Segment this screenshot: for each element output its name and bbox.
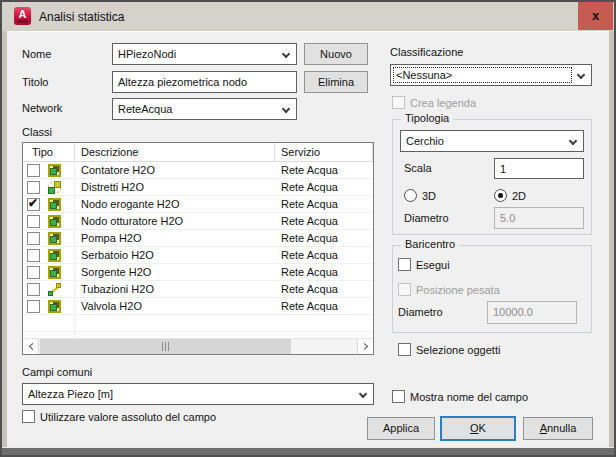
row-tipo-cell <box>23 213 75 230</box>
ok-button-label-rest: K <box>479 422 486 434</box>
table-row[interactable]: Distretti H2ORete Acqua <box>23 179 373 196</box>
campi-comuni-combobox-value: Altezza Piezo [m] <box>28 388 113 400</box>
ok-button[interactable]: OK <box>440 416 516 441</box>
baricentro-diametro-label: Diametro <box>398 306 443 318</box>
chevron-down-icon <box>569 137 577 145</box>
table-row[interactable]: Nodo erogante H2ORete Acqua <box>23 196 373 213</box>
valore-assoluto-checkbox[interactable] <box>22 410 35 423</box>
tipologia-shape-value: Cerchio <box>406 135 444 147</box>
posizione-pesata-label: Posizione pesata <box>416 284 500 296</box>
empty-table-row <box>23 315 373 332</box>
app-icon: A <box>14 7 31 25</box>
selezione-oggetti-checkbox[interactable] <box>398 343 411 356</box>
chevron-right-icon <box>361 343 368 350</box>
scala-label: Scala <box>404 162 432 174</box>
table-row[interactable]: Contatore H2ORete Acqua <box>23 162 373 179</box>
annulla-button-label: A <box>540 422 547 434</box>
table-row[interactable]: Sorgente H2ORete Acqua <box>23 264 373 281</box>
column-header-servizio[interactable]: Servizio <box>275 143 373 162</box>
table-row[interactable]: Valvola H2ORete Acqua <box>23 298 373 315</box>
close-button[interactable]: x <box>578 2 613 30</box>
row-checkbox[interactable] <box>27 232 40 245</box>
row-servizio: Rete Acqua <box>275 230 373 247</box>
classi-label: Classi <box>22 126 52 138</box>
scrollbar-thumb[interactable] <box>40 339 291 354</box>
point-icon <box>48 300 61 313</box>
row-checkbox[interactable] <box>27 164 40 177</box>
baricentro-group-title: Baricentro <box>401 238 459 250</box>
column-header-tipo[interactable]: Tipo <box>23 143 75 162</box>
row-descrizione: Tubazioni H2O <box>75 281 275 298</box>
row-servizio: Rete Acqua <box>275 162 373 179</box>
scroll-left-button[interactable] <box>23 339 39 354</box>
row-descrizione: Contatore H2O <box>75 162 275 179</box>
row-tipo-cell <box>23 162 75 179</box>
horizontal-scrollbar[interactable] <box>23 338 373 354</box>
table-row[interactable]: Pompa H2ORete Acqua <box>23 230 373 247</box>
row-checkbox[interactable] <box>27 181 40 194</box>
row-checkbox[interactable] <box>27 198 40 211</box>
classi-table-body: Contatore H2ORete AcquaDistretti H2ORete… <box>23 162 373 349</box>
scala-input[interactable]: 1 <box>494 158 584 179</box>
esegui-checkbox[interactable] <box>398 258 411 271</box>
campi-comuni-combobox[interactable]: Altezza Piezo [m] <box>22 383 374 405</box>
titolo-label: Titolo <box>22 76 49 88</box>
chevron-left-icon <box>29 343 36 350</box>
chevron-down-icon <box>577 71 585 79</box>
table-row[interactable]: Tubazioni H2ORete Acqua <box>23 281 373 298</box>
point-icon <box>48 249 61 262</box>
mostra-nome-checkbox[interactable] <box>392 390 405 403</box>
applica-button[interactable]: Applica <box>367 417 435 440</box>
row-servizio: Rete Acqua <box>275 264 373 281</box>
radio-2d-label: 2D <box>512 190 526 202</box>
row-servizio: Rete Acqua <box>275 281 373 298</box>
tipologia-shape-combobox[interactable]: Cerchio <box>400 130 584 152</box>
nome-combobox[interactable]: HPiezoNodi <box>112 43 297 65</box>
valore-assoluto-label: Utilizzare valore assoluto del campo <box>40 411 216 423</box>
nuovo-button[interactable]: Nuovo <box>304 43 368 65</box>
elimina-button[interactable]: Elimina <box>304 71 368 93</box>
point-icon <box>48 232 61 245</box>
nome-label: Nome <box>22 48 51 60</box>
row-checkbox[interactable] <box>27 300 40 313</box>
classificazione-label: Classificazione <box>390 46 463 58</box>
tipologia-group-title: Tipologia <box>401 112 453 124</box>
point-icon <box>48 215 61 228</box>
row-servizio: Rete Acqua <box>275 179 373 196</box>
window-title: Analisi statistica <box>39 10 124 24</box>
point-icon <box>48 198 61 211</box>
row-checkbox[interactable] <box>27 249 40 262</box>
table-row[interactable]: Serbatoio H2ORete Acqua <box>23 247 373 264</box>
classi-table[interactable]: Tipo Descrizione Servizio Contatore H2OR… <box>22 142 374 355</box>
annulla-button[interactable]: Annulla <box>523 417 593 440</box>
crea-legenda-checkbox <box>392 96 405 109</box>
title-bar[interactable]: A Analisi statistica x <box>2 2 614 31</box>
row-descrizione: Valvola H2O <box>75 298 275 315</box>
row-checkbox[interactable] <box>27 283 40 296</box>
row-checkbox[interactable] <box>27 266 40 279</box>
classificazione-combobox[interactable]: <Nessuna> <box>390 64 592 86</box>
crea-legenda-label: Crea legenda <box>410 97 476 109</box>
row-servizio: Rete Acqua <box>275 213 373 230</box>
row-tipo-cell <box>23 230 75 247</box>
radio-2d[interactable] <box>494 189 507 202</box>
campi-comuni-label: Campi comuni <box>22 366 92 378</box>
radio-3d[interactable] <box>404 189 417 202</box>
radio-3d-label: 3D <box>422 190 436 202</box>
row-descrizione: Distretti H2O <box>75 179 275 196</box>
polyline-icon <box>48 283 61 296</box>
selezione-oggetti-label: Selezione oggetti <box>416 344 500 356</box>
annulla-button-label-rest: nnulla <box>547 422 576 434</box>
network-combobox[interactable]: ReteAcqua <box>112 98 297 120</box>
row-checkbox[interactable] <box>27 215 40 228</box>
polygon-icon <box>48 181 61 194</box>
baricentro-diametro-input: 10000.0 <box>487 301 577 324</box>
scroll-right-button[interactable] <box>357 339 373 354</box>
table-row[interactable]: Nodo otturatore H2ORete Acqua <box>23 213 373 230</box>
column-header-descrizione[interactable]: Descrizione <box>75 143 275 162</box>
row-servizio: Rete Acqua <box>275 298 373 315</box>
point-icon <box>48 164 61 177</box>
chevron-down-icon <box>282 105 290 113</box>
titolo-input[interactable]: Altezza piezometrica nodo <box>112 71 297 93</box>
network-label: Network <box>22 102 62 114</box>
